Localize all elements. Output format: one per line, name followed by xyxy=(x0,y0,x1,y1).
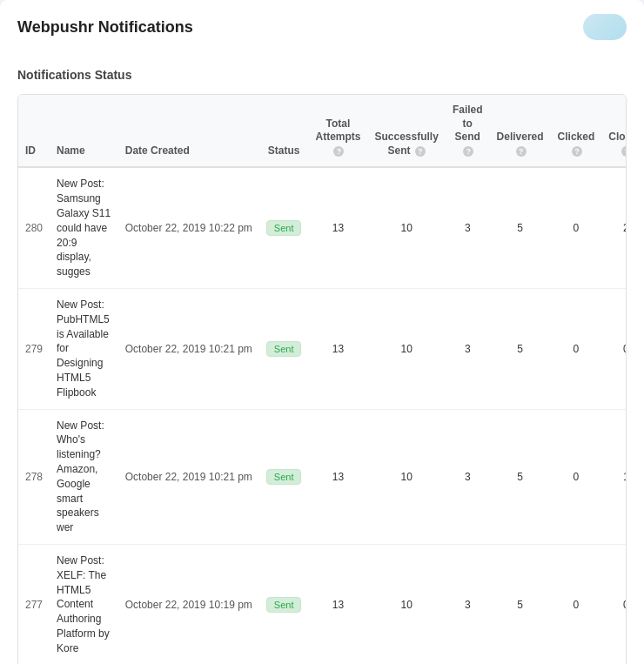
decorative-shape xyxy=(583,14,627,40)
table-row: 279 New Post: PubHTML5 is Available for … xyxy=(18,288,627,409)
app-title: Webpushr Notifications xyxy=(17,18,193,37)
main-container: Notifications Status ID Name Date Create… xyxy=(0,54,644,664)
cell-closed: 1 xyxy=(601,409,627,544)
total-attempts-help-icon[interactable]: ? xyxy=(333,146,344,157)
table-row: 280 New Post: Samsung Galaxy S11 could h… xyxy=(18,167,627,288)
cell-success: 10 xyxy=(368,167,446,288)
col-id: ID xyxy=(18,95,50,167)
cell-failed: 3 xyxy=(446,409,490,544)
cell-success: 10 xyxy=(368,288,446,409)
col-successfully-sent: SuccessfullySent ? xyxy=(368,95,446,167)
notifications-table: ID Name Date Created Status TotalAttempt… xyxy=(18,95,627,664)
cell-failed: 3 xyxy=(446,288,490,409)
cell-id: 277 xyxy=(18,544,50,664)
cell-success: 10 xyxy=(368,409,446,544)
table-row: 278 New Post: Who's listening? Amazon, G… xyxy=(18,409,627,544)
cell-total: 13 xyxy=(308,544,367,664)
status-badge: Sent xyxy=(266,597,302,613)
cell-clicked: 0 xyxy=(551,409,602,544)
cell-name: New Post: XELF: The HTML5 Content Author… xyxy=(50,544,118,664)
cell-name: New Post: Who's listening? Amazon, Googl… xyxy=(50,409,118,544)
cell-success: 10 xyxy=(368,544,446,664)
col-closed: Closed ? xyxy=(601,95,627,167)
cell-id: 278 xyxy=(18,409,50,544)
cell-total: 13 xyxy=(308,167,367,288)
section-title: Notifications Status xyxy=(17,68,627,82)
cell-clicked: 0 xyxy=(551,288,602,409)
cell-closed: 0 xyxy=(601,288,627,409)
cell-closed: 0 xyxy=(601,544,627,664)
app-header: Webpushr Notifications xyxy=(0,0,644,54)
cell-name: New Post: PubHTML5 is Available for Desi… xyxy=(50,288,118,409)
table-row: 277 New Post: XELF: The HTML5 Content Au… xyxy=(18,544,627,664)
col-date: Date Created xyxy=(118,95,259,167)
col-status: Status xyxy=(259,95,309,167)
cell-clicked: 0 xyxy=(551,167,602,288)
cell-id: 280 xyxy=(18,167,50,288)
cell-status: Sent xyxy=(259,544,309,664)
col-clicked: Clicked ? xyxy=(551,95,602,167)
cell-date: October 22, 2019 10:22 pm xyxy=(118,167,259,288)
cell-delivered: 5 xyxy=(490,288,551,409)
col-total-attempts: TotalAttempts ? xyxy=(308,95,367,167)
closed-help-icon[interactable]: ? xyxy=(621,146,627,157)
col-delivered: Delivered ? xyxy=(490,95,551,167)
status-badge: Sent xyxy=(266,341,302,357)
cell-id: 279 xyxy=(18,288,50,409)
cell-total: 13 xyxy=(308,288,367,409)
cell-date: October 22, 2019 10:21 pm xyxy=(118,409,259,544)
cell-date: October 22, 2019 10:21 pm xyxy=(118,288,259,409)
cell-status: Sent xyxy=(259,167,309,288)
status-badge: Sent xyxy=(266,469,302,485)
cell-delivered: 5 xyxy=(490,167,551,288)
delivered-help-icon[interactable]: ? xyxy=(516,146,527,157)
notifications-table-wrapper: ID Name Date Created Status TotalAttempt… xyxy=(17,94,627,664)
cell-failed: 3 xyxy=(446,544,490,664)
cell-date: October 22, 2019 10:19 pm xyxy=(118,544,259,664)
cell-closed: 2 xyxy=(601,167,627,288)
col-failed-to-send: FailedtoSend ? xyxy=(446,95,490,167)
clicked-help-icon[interactable]: ? xyxy=(572,146,582,157)
successfully-sent-help-icon[interactable]: ? xyxy=(415,146,426,157)
cell-clicked: 0 xyxy=(551,544,602,664)
table-body: 280 New Post: Samsung Galaxy S11 could h… xyxy=(18,167,627,664)
cell-name: New Post: Samsung Galaxy S11 could have … xyxy=(50,167,118,288)
table-header-row: ID Name Date Created Status TotalAttempt… xyxy=(18,95,627,167)
cell-delivered: 5 xyxy=(490,544,551,664)
col-name: Name xyxy=(50,95,118,167)
status-badge: Sent xyxy=(266,220,302,236)
cell-total: 13 xyxy=(308,409,367,544)
failed-to-send-help-icon[interactable]: ? xyxy=(463,146,473,157)
cell-failed: 3 xyxy=(446,167,490,288)
cell-status: Sent xyxy=(259,409,309,544)
cell-delivered: 5 xyxy=(490,409,551,544)
cell-status: Sent xyxy=(259,288,309,409)
